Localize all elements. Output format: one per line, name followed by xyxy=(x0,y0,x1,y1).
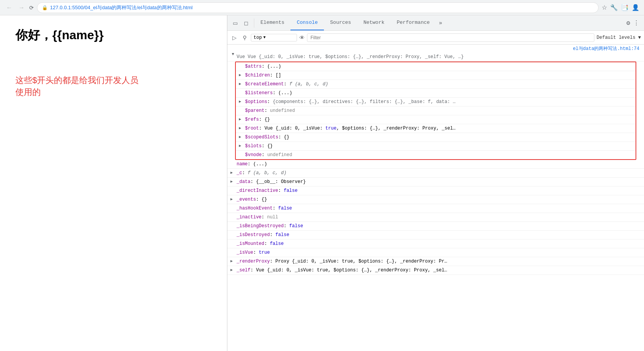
expand-arrow xyxy=(230,161,237,166)
expand-arrow xyxy=(230,187,237,192)
list-item[interactable]: _inactive: null xyxy=(227,213,644,222)
devtools-settings: ⚙ ⋮ xyxy=(622,19,644,27)
expand-arrow[interactable]: ▶ xyxy=(239,81,245,86)
tab-console[interactable]: Console xyxy=(290,15,324,30)
expand-arrow xyxy=(230,249,237,254)
expand-arrow[interactable]: ▶ xyxy=(230,178,237,184)
list-item[interactable]: _isDestroyed: false xyxy=(227,231,644,240)
file-reference[interactable]: el与data的两种写法.html:74 xyxy=(227,45,644,53)
clear-console-button[interactable]: ▷ xyxy=(230,33,239,42)
devtools-toolbar: ▭ ◻ Elements Console Sources Network Per… xyxy=(227,15,644,31)
console-toolbar: ▷ ⚲ top ▼ 👁 Default levels ▼ xyxy=(227,31,644,45)
list-item[interactable]: ▶ $root: Vue {_uid: 0, _isVue: true, $op… xyxy=(236,124,636,133)
red-box-section: $attrs: (...) ▶ $children: [] ▶ $createE… xyxy=(235,62,636,160)
expand-arrow xyxy=(239,107,245,112)
list-item[interactable]: _directInactive: false xyxy=(227,186,644,195)
list-item[interactable]: ▶ _c: f (a, b, c, d) xyxy=(227,169,644,178)
forward-button[interactable]: → xyxy=(17,3,26,12)
star-icon[interactable]: ☆ xyxy=(602,4,607,11)
devtools-panel: ▭ ◻ Elements Console Sources Network Per… xyxy=(227,15,644,351)
no-errors-button[interactable]: ⚲ xyxy=(241,33,249,42)
list-item[interactable]: _isBeingDestroyed: false xyxy=(227,222,644,231)
tab-elements[interactable]: Elements xyxy=(254,15,290,30)
more-options-icon[interactable]: ⋮ xyxy=(633,19,639,27)
list-item[interactable]: ▶ _renderProxy: Proxy {_uid: 0, _isVue: … xyxy=(227,257,644,266)
list-item[interactable]: ▶ $refs: {} xyxy=(236,115,636,124)
device-toggle-button[interactable]: ◻ xyxy=(242,18,251,28)
url-text: 127.0.0.1:5500/04_el与data的两种写法/el与data的两… xyxy=(50,4,193,11)
filter-input[interactable] xyxy=(307,33,594,42)
devtools-icon-bar: ▭ ◻ xyxy=(227,18,254,28)
list-item[interactable]: name: (...) xyxy=(227,160,644,169)
list-item[interactable]: $parent: undefined xyxy=(236,106,636,115)
expand-arrow xyxy=(239,90,245,95)
context-selector[interactable]: top ▼ xyxy=(251,34,297,42)
url-bar[interactable]: 🔒 127.0.0.1:5500/04_el与data的两种写法/el与data… xyxy=(37,2,599,13)
inspect-element-button[interactable]: ▭ xyxy=(230,18,240,28)
expand-arrow xyxy=(230,223,237,228)
browser-chrome: ← → ⟳ 🔒 127.0.0.1:5500/04_el与data的两种写法/e… xyxy=(0,0,644,15)
list-item[interactable]: ▶ _events: {} xyxy=(227,195,644,204)
main-area: 你好，{{name}} 这些$开头的都是给我们开发人员 使用的 ▭ ◻ Elem… xyxy=(0,15,644,351)
expand-arrow[interactable]: ▶ xyxy=(239,134,245,139)
expand-arrow[interactable]: ▶ xyxy=(239,116,245,121)
expand-arrow[interactable]: ▶ xyxy=(239,125,245,130)
tab-performance[interactable]: Performance xyxy=(390,15,436,30)
expand-arrow[interactable]: ▶ xyxy=(230,196,237,201)
vue-object-log[interactable]: ▶ Vue Vue {_uid: 0, _isVue: true, $optio… xyxy=(227,53,644,62)
tab-network[interactable]: Network xyxy=(357,15,391,30)
list-item[interactable]: ▶ $children: [] xyxy=(236,71,636,80)
console-output: el与data的两种写法.html:74 ▶ Vue Vue {_uid: 0,… xyxy=(227,45,644,351)
list-item[interactable]: $listeners: (...) xyxy=(236,89,636,98)
expand-arrow[interactable]: ▶ xyxy=(231,53,236,59)
expand-arrow xyxy=(230,231,237,236)
lock-icon: 🔒 xyxy=(42,5,48,10)
expand-arrow[interactable]: ▶ xyxy=(230,170,237,175)
expand-arrow[interactable]: ▶ xyxy=(230,267,237,272)
expand-arrow xyxy=(230,205,237,210)
expand-arrow xyxy=(230,214,237,219)
expand-arrow xyxy=(239,63,245,68)
bookmark-icon[interactable]: 📑 xyxy=(621,4,629,11)
browser-actions: ☆ 🔧 📑 👤 xyxy=(602,4,639,11)
gear-icon[interactable]: ⚙ xyxy=(626,19,630,27)
tab-sources[interactable]: Sources xyxy=(324,15,357,30)
devtools-tabs: Elements Console Sources Network Perform… xyxy=(254,15,622,30)
expand-arrow xyxy=(230,240,237,245)
list-item[interactable]: ▶ $createElement: f (a, b, c, d) xyxy=(236,80,636,89)
reload-button[interactable]: ⟳ xyxy=(29,5,34,11)
back-button[interactable]: ← xyxy=(5,3,14,12)
expand-arrow[interactable]: ▶ xyxy=(239,98,245,104)
annotation-text: 这些$开头的都是给我们开发人员 使用的 xyxy=(15,75,212,98)
expand-arrow[interactable]: ▶ xyxy=(230,258,237,263)
expand-arrow[interactable]: ▶ xyxy=(239,143,245,148)
list-item[interactable]: ▶ _data: {__ob__: Observer} xyxy=(227,178,644,186)
list-item[interactable]: ▶ _self: Vue {_uid: 0, _isVue: true, $op… xyxy=(227,266,644,275)
list-item[interactable]: ▶ $options: {components: {…}, directives… xyxy=(236,98,636,106)
list-item[interactable]: _hasHookEvent: false xyxy=(227,204,644,213)
more-tabs-button[interactable]: » xyxy=(436,15,445,30)
expand-arrow[interactable]: ▶ xyxy=(239,72,245,77)
extension-icon[interactable]: 🔧 xyxy=(610,4,618,11)
list-item[interactable]: _isVue: true xyxy=(227,248,644,257)
list-item[interactable]: $attrs: (...) xyxy=(236,62,636,71)
context-dropdown-arrow: ▼ xyxy=(264,35,266,40)
list-item[interactable]: $vnode: undefined xyxy=(236,151,636,159)
page-content: 你好，{{name}} 这些$开头的都是给我们开发人员 使用的 xyxy=(0,15,227,351)
default-levels-dropdown[interactable]: Default levels ▼ xyxy=(597,35,641,40)
vue-object-content: Vue Vue {_uid: 0, _isVue: true, $options… xyxy=(237,53,641,60)
list-item[interactable]: ▶ $scopedSlots: {} xyxy=(236,133,636,142)
expand-arrow xyxy=(239,151,245,156)
eye-button[interactable]: 👁 xyxy=(299,35,305,41)
page-title: 你好，{{name}} xyxy=(15,27,212,44)
list-item[interactable]: ▶ $slots: {} xyxy=(236,142,636,151)
list-item[interactable]: _isMounted: false xyxy=(227,240,644,248)
profile-icon[interactable]: 👤 xyxy=(632,4,639,11)
